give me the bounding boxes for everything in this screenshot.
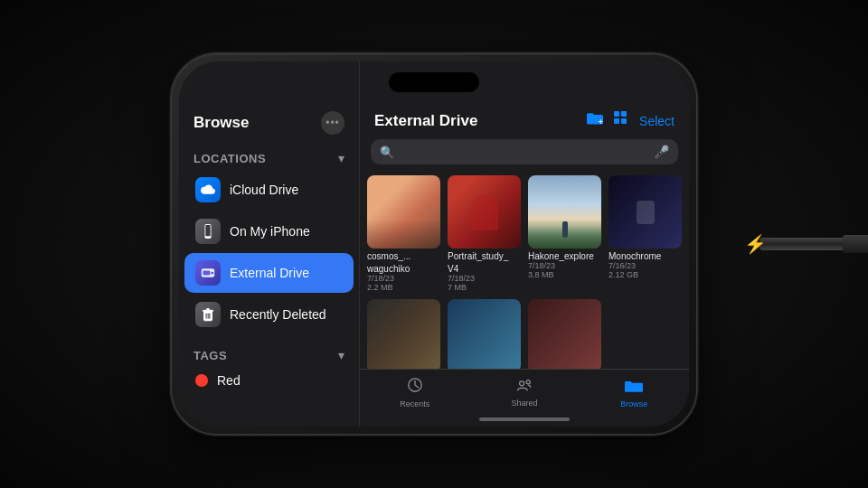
sidebar-header: Browse ••• [179, 111, 359, 144]
file-thumb-r2c1 [367, 299, 440, 369]
tab-browse[interactable]: Browse [580, 378, 689, 408]
svg-point-5 [211, 271, 213, 274]
locations-label: Locations [193, 152, 266, 165]
header-actions: + Select [587, 111, 675, 130]
svg-rect-11 [209, 313, 210, 318]
monochrome-filename: Monochrome [609, 251, 682, 261]
svg-point-19 [526, 380, 530, 384]
deleted-label: Recently Deleted [230, 307, 326, 322]
svg-text:+: + [599, 118, 603, 126]
hakone-size: 3.8 MB [528, 270, 601, 279]
browse-label: Browse [620, 399, 647, 408]
red-tag-label: Red [217, 373, 241, 388]
file-item-portrait[interactable]: Portrait_study_ V4 7/18/23 7 MB [448, 175, 521, 292]
hakone-date: 7/18/23 [528, 261, 601, 270]
sidebar-more-button[interactable]: ••• [321, 111, 344, 135]
file-item-r2c2[interactable] [448, 299, 521, 369]
external-drive-icon [195, 260, 221, 286]
iphone-label: On My iPhone [230, 224, 310, 239]
cable [760, 238, 868, 250]
tags-label: Tags [193, 349, 227, 362]
svg-rect-9 [206, 313, 207, 318]
red-tag-dot [195, 374, 208, 387]
portrait-sub: V4 [448, 264, 521, 274]
screen: Browse ••• Locations ▾ [179, 61, 689, 427]
svg-rect-8 [206, 308, 209, 311]
file-thumb-monochrome [609, 175, 682, 249]
cosmos-size: 2.2 MB [367, 283, 440, 292]
external-label: External Drive [230, 266, 309, 280]
tab-recents[interactable]: Recents [360, 377, 469, 408]
file-item-r2c3[interactable] [528, 299, 601, 369]
file-thumb-hakone [528, 175, 601, 249]
file-item-monochrome[interactable]: Monochrome 7/16/23 2.12 GB [609, 175, 682, 292]
select-button[interactable]: Select [639, 114, 675, 128]
home-indicator [479, 418, 570, 421]
recents-icon [407, 377, 423, 398]
svg-point-18 [520, 381, 524, 386]
svg-rect-13 [614, 111, 619, 117]
main-header: External Drive + [360, 111, 689, 136]
trash-icon [195, 302, 221, 327]
tag-item-red[interactable]: Red [184, 367, 354, 394]
svg-rect-15 [614, 118, 619, 124]
search-input[interactable] [400, 145, 648, 159]
sidebar-title: Browse [193, 114, 249, 132]
portrait-size: 7 MB [448, 283, 521, 292]
shared-icon [515, 378, 533, 397]
mic-icon[interactable]: 🎤 [654, 145, 669, 159]
browse-icon [625, 378, 643, 398]
sidebar-item-iphone[interactable]: On My iPhone [184, 211, 354, 251]
sidebar-item-external[interactable]: External Drive [184, 253, 354, 293]
hakone-filename: Hakone_explore [528, 251, 601, 261]
file-thumb-portrait [448, 175, 521, 249]
main-title: External Drive [374, 112, 477, 130]
svg-rect-1 [205, 225, 210, 236]
file-thumb-r2c3 [528, 299, 601, 369]
iphone-icon [195, 219, 221, 244]
grid-view-button[interactable] [614, 111, 628, 130]
svg-rect-10 [208, 313, 209, 318]
search-bar[interactable]: 🔍 🎤 [371, 139, 678, 164]
tab-shared[interactable]: Shared [469, 378, 579, 408]
more-dots-icon: ••• [326, 117, 340, 129]
svg-rect-4 [203, 271, 210, 276]
sidebar: Browse ••• Locations ▾ [179, 61, 360, 427]
cosmos-sub: waguchiko [367, 264, 440, 274]
file-grid: cosmos_... waguchiko 7/18/23 2.2 MB Port… [360, 172, 689, 369]
phone: Browse ••• Locations ▾ [172, 54, 696, 434]
svg-rect-14 [621, 111, 627, 117]
flash-icon: ⚡ [744, 233, 767, 255]
locations-section-header[interactable]: Locations ▾ [179, 144, 359, 169]
svg-point-2 [207, 237, 208, 238]
file-item-hakone[interactable]: Hakone_explore 7/18/23 3.8 MB [528, 175, 601, 292]
dynamic-island [389, 72, 479, 92]
file-item-r2c1[interactable] [367, 299, 440, 369]
locations-chevron-icon: ▾ [338, 151, 344, 165]
icloud-label: iCloud Drive [230, 183, 298, 197]
recents-label: Recents [400, 399, 429, 408]
icloud-icon [195, 177, 221, 202]
main-content: External Drive + [360, 61, 689, 427]
portrait-date: 7/18/23 [448, 274, 521, 283]
file-item-cosmos[interactable]: cosmos_... waguchiko 7/18/23 2.2 MB [367, 175, 440, 292]
scene: ⚡ Browse ••• Locations ▾ [0, 0, 868, 488]
svg-rect-16 [621, 118, 627, 124]
sidebar-item-icloud[interactable]: iCloud Drive [184, 170, 354, 210]
tags-section: Tags ▾ Red [179, 341, 359, 395]
file-thumb-cosmos [367, 175, 440, 249]
file-thumb-r2c2 [448, 299, 521, 369]
portrait-filename: Portrait_study_ [448, 251, 521, 261]
shared-label: Shared [511, 399, 537, 408]
monochrome-date: 7/16/23 [609, 261, 682, 270]
new-folder-button[interactable]: + [587, 111, 603, 130]
cosmos-filename: cosmos_... [367, 251, 440, 261]
tags-section-header[interactable]: Tags ▾ [179, 341, 359, 366]
sidebar-item-deleted[interactable]: Recently Deleted [184, 295, 354, 334]
search-icon: 🔍 [380, 145, 394, 159]
tags-chevron-icon: ▾ [338, 348, 344, 362]
cosmos-date: 7/18/23 [367, 274, 440, 283]
monochrome-size: 2.12 GB [609, 270, 682, 279]
